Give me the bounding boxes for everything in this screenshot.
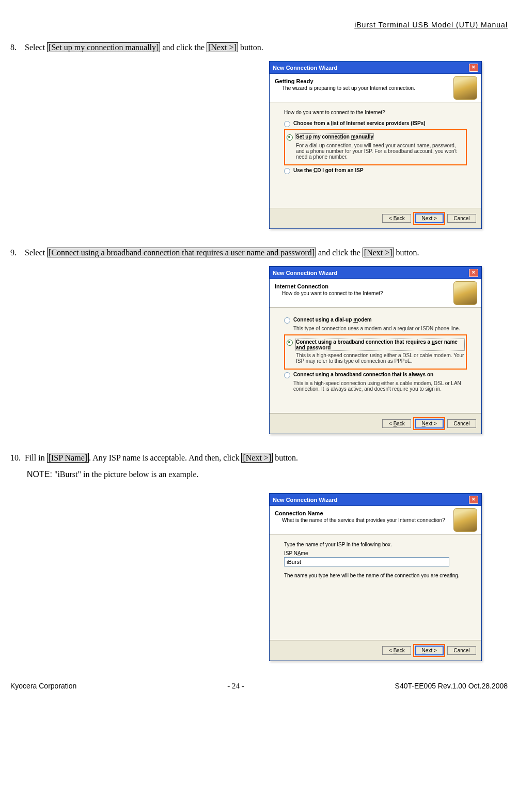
wizard-footer: < Back Next > Cancel xyxy=(270,413,481,434)
wizard-step-title: Getting Ready xyxy=(275,78,476,84)
step10-text1: Fill in xyxy=(25,453,47,462)
step9-text1: Select xyxy=(25,248,47,257)
wizard-body: Connect using a dial-up modem This type … xyxy=(270,308,481,413)
wizard-2: New Connection Wizard ✕ Internet Connect… xyxy=(269,266,482,434)
cancel-button[interactable]: Cancel xyxy=(447,646,476,655)
isp-prompt: Type the name of your ISP in the followi… xyxy=(284,542,467,547)
step9-highlight2: [Next >] xyxy=(363,248,394,257)
highlight-manual-option: Set up my connection manually For a dial… xyxy=(284,129,467,165)
note-text: "iBurst" in the picture below is an exam… xyxy=(52,470,199,479)
wizard-step-subtitle: How do you want to connect to the Intern… xyxy=(282,290,476,296)
page-header: iBurst Terminal USB Model (UTU) Manual xyxy=(10,21,508,29)
wizard-3: New Connection Wizard ✕ Connection Name … xyxy=(269,493,482,661)
radio-dialup[interactable]: Connect using a dial-up modem xyxy=(284,317,467,324)
page-footer: Kyocera Corporation - 24 - S40T-EE005 Re… xyxy=(10,682,508,691)
opt2-a: Set up my connection xyxy=(296,134,351,140)
cancel-button[interactable]: Cancel xyxy=(447,419,476,428)
step8-highlight2: [Next >] xyxy=(207,42,238,52)
step10-text2: . Any ISP name is acceptable. And then, … xyxy=(89,453,241,462)
radio-manual-desc: For a dial-up connection, you will need … xyxy=(296,143,464,160)
step-10: 10.Fill in [ISP Name]. Any ISP name is a… xyxy=(10,450,508,661)
footer-right: S40T-EE005 Rev.1.00 Oct.28.2008 xyxy=(395,682,508,691)
wizard-step-title: Connection Name xyxy=(275,510,476,516)
radio-icon xyxy=(284,121,290,127)
opt3-b: lways on xyxy=(412,372,433,377)
step-number: 8. xyxy=(10,39,25,56)
wizard-step-subtitle: The wizard is preparing to set up your I… xyxy=(282,85,476,91)
opt2-b: anually xyxy=(356,134,373,140)
note-label: NOTE: xyxy=(27,470,52,479)
back-button[interactable]: < Back xyxy=(382,214,411,223)
radio-icon xyxy=(284,317,290,324)
wizard-header-icon xyxy=(453,281,477,305)
back-button[interactable]: < Back xyxy=(382,419,411,428)
step-8: 8.Select [Set up my connection manually]… xyxy=(10,39,508,229)
step8-highlight1: [Set up my connection manually] xyxy=(47,42,160,52)
wizard-1: New Connection Wizard ✕ Getting Ready Th… xyxy=(269,61,482,229)
back-button[interactable]: < Back xyxy=(382,646,411,655)
opt1-b: ist of Internet service providers (ISPs) xyxy=(333,120,426,126)
opt3-b: D I got from an ISP xyxy=(317,167,363,173)
opt2-a: Connect using a broadband connection tha… xyxy=(296,339,432,345)
wizard-header: Getting Ready The wizard is preparing to… xyxy=(270,74,481,102)
step10-highlight2: [Next >] xyxy=(241,453,273,463)
wizard-titlebar: New Connection Wizard ✕ xyxy=(270,267,481,279)
wizard-titlebar: New Connection Wizard ✕ xyxy=(270,62,481,74)
highlight-broadband-option: Connect using a broadband connection tha… xyxy=(284,334,467,370)
close-icon[interactable]: ✕ xyxy=(469,269,478,277)
wizard-footer: < Back Next > Cancel xyxy=(270,208,481,228)
wizard-title: New Connection Wizard xyxy=(273,497,337,503)
footer-left: Kyocera Corporation xyxy=(10,682,76,691)
wizard-header: Internet Connection How do you want to c… xyxy=(270,279,481,308)
wizard-step-subtitle: What is the name of the service that pro… xyxy=(282,517,476,523)
step8-text1: Select xyxy=(25,43,47,52)
opt3-a: Use the xyxy=(293,167,313,173)
next-button[interactable]: Next > xyxy=(415,213,444,223)
opt1-u: m xyxy=(353,317,358,323)
radio-broadband-login-desc: This is a high-speed connection using ei… xyxy=(296,353,464,364)
wizard-question: How do you want to connect to the Intern… xyxy=(284,110,467,115)
wizard-header: Connection Name What is the name of the … xyxy=(270,506,481,534)
wizard-footer: < Back Next > Cancel xyxy=(270,640,481,661)
radio-manual[interactable]: Set up my connection manually xyxy=(287,134,464,141)
step8-text3: button. xyxy=(238,43,263,52)
step9-highlight1: [Connect using a broadband connection th… xyxy=(47,248,316,257)
step9-text2: and click the xyxy=(316,248,363,257)
opt1-b: odem xyxy=(358,317,372,323)
radio-icon xyxy=(284,372,290,378)
step10-highlight1: [ISP Name] xyxy=(47,453,89,463)
radio-dialup-desc: This type of connection uses a modem and… xyxy=(293,326,467,331)
close-icon[interactable]: ✕ xyxy=(469,64,478,72)
radio-icon xyxy=(287,134,293,141)
isp-name-input[interactable]: iBurst xyxy=(284,557,449,566)
step10-text3: button. xyxy=(273,453,298,462)
radio-isp-list[interactable]: Choose from a list of Internet service p… xyxy=(284,120,467,127)
radio-always-on[interactable]: Connect using a broadband connection tha… xyxy=(284,372,467,378)
radio-icon xyxy=(284,168,290,174)
step8-text2: and click the xyxy=(160,43,207,52)
radio-cd[interactable]: Use the CD I got from an ISP xyxy=(284,167,467,174)
wizard-header-icon xyxy=(453,76,477,100)
step-number: 9. xyxy=(10,244,25,261)
step-9: 9.Select [Connect using a broadband conn… xyxy=(10,244,508,434)
step9-text3: button. xyxy=(394,248,419,257)
opt1-a: Choose from a xyxy=(293,120,331,126)
opt2-u: m xyxy=(351,134,356,140)
radio-broadband-login[interactable]: Connect using a broadband connection tha… xyxy=(287,339,464,350)
wizard-header-icon xyxy=(453,508,477,532)
wizard-body: Type the name of your ISP in the followi… xyxy=(270,534,481,640)
page-number: - 24 - xyxy=(227,682,244,691)
wizard-title: New Connection Wizard xyxy=(273,65,337,71)
next-button[interactable]: Next > xyxy=(415,419,444,428)
isp-note: The name you type here will be the name … xyxy=(284,573,467,578)
wizard-title: New Connection Wizard xyxy=(273,270,337,276)
wizard-step-title: Internet Connection xyxy=(275,283,476,289)
cancel-button[interactable]: Cancel xyxy=(447,214,476,223)
wizard-titlebar: New Connection Wizard ✕ xyxy=(270,494,481,506)
opt3-a: Connect using a broadband connection tha… xyxy=(293,372,409,377)
isp-name-label: ISP NAme xyxy=(284,550,467,556)
next-button[interactable]: Next > xyxy=(415,646,444,655)
radio-always-on-desc: This is a high-speed connection using ei… xyxy=(293,380,467,392)
step-number: 10. xyxy=(10,450,25,466)
close-icon[interactable]: ✕ xyxy=(469,496,478,504)
